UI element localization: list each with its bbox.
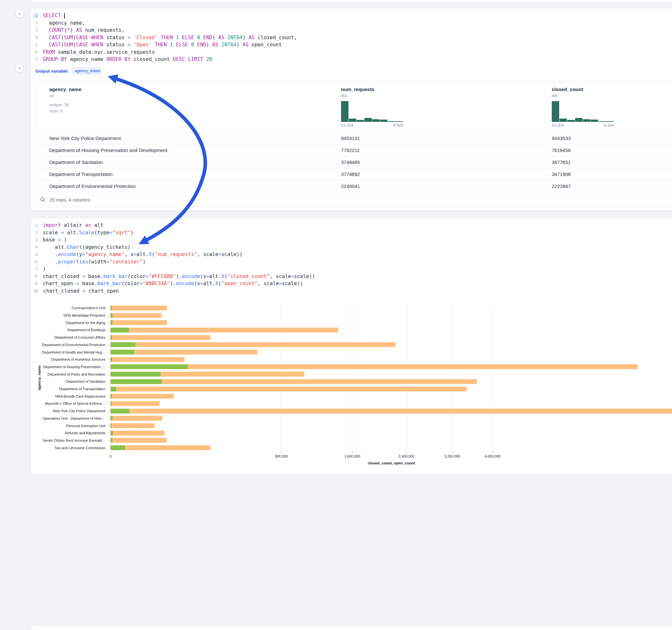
code-line[interactable]: 7GROUP BY agency_name ORDER BY closed_co… (31, 56, 672, 63)
line-number: 3 (33, 28, 38, 33)
code-text: import altair as alt (43, 222, 103, 228)
x-tick-label: 800,000 (275, 454, 288, 458)
python-editor[interactable]: 1import altair as alt2scale = alt.Scale(… (31, 218, 672, 295)
bar-closed_count (111, 364, 638, 369)
bar-open_count (111, 328, 129, 333)
bar-open_count (111, 416, 113, 421)
column-type: i64 (552, 93, 672, 98)
code-line[interactable]: 5 .encode(y="agency_name", x=alt.X("num_… (31, 251, 672, 258)
table-cell: 3774892 (341, 171, 552, 177)
histogram-bar (341, 101, 349, 122)
code-line[interactable]: 1⌄SELECT (31, 12, 672, 20)
column-header-agency-name[interactable]: agency_name str unique: 20 nulls: 0 (35, 82, 341, 132)
line-number: 1 (33, 223, 38, 228)
chart-y-ticks (108, 304, 111, 452)
add-cell-button[interactable]: + (15, 9, 24, 18)
table-row[interactable]: New York City Police Department945313194… (35, 132, 672, 144)
histogram-bar (598, 121, 606, 122)
table-body: New York City Police Department945313194… (35, 132, 672, 192)
line-gutter: 1⌄ (31, 13, 43, 18)
bar-open_count (111, 409, 129, 413)
table-cell: Department of Transportation (35, 171, 341, 177)
x-axis-tick (493, 452, 493, 453)
sql-editor[interactable]: 1⌄SELECT 2 agency_name,3 COUNT(*) AS num… (31, 8, 672, 63)
bar-closed_count (111, 379, 477, 384)
add-cell-button[interactable]: + (15, 64, 24, 73)
bar-open_count (111, 357, 112, 362)
gridline (452, 304, 453, 452)
line-number: 6 (33, 50, 38, 54)
code-line[interactable]: 2scale = alt.Scale(type="sqrt") (31, 229, 672, 237)
y-axis-tick (108, 345, 111, 345)
code-line[interactable]: 9chart_open = base.mark_bar(color="#8BC3… (31, 280, 672, 287)
code-line[interactable]: 4 alt.Chart(agency_tickets) (31, 244, 672, 251)
code-line[interactable]: 3 COUNT(*) AS num_requests, (31, 27, 672, 34)
fold-chevron-icon[interactable]: ⌄ (38, 238, 43, 242)
y-axis-label: DHS Advantage Programs (64, 313, 105, 317)
search-icon[interactable] (40, 197, 46, 202)
x-axis-tick (407, 452, 407, 453)
x-axis-tick (452, 452, 453, 453)
bar-open_count (111, 379, 162, 384)
chart-plot-area (111, 304, 672, 452)
sql-cell: 1⌄SELECT 2 agency_name,3 COUNT(*) AS num… (31, 8, 672, 211)
column-header-num-requests[interactable]: num_requests i64 53,304 9.5e6 (341, 82, 552, 132)
y-axis-tick (108, 411, 111, 411)
table-cell: New York City Police Department (35, 136, 341, 141)
y-axis-tick (108, 404, 111, 404)
chart-x-axis-title: closed_count, open_count (368, 461, 415, 465)
line-gutter: 4 (31, 245, 43, 249)
bar-open_count (111, 387, 116, 391)
code-line[interactable]: 10chart_closed + chart_open (31, 287, 672, 295)
histogram-bar (552, 101, 559, 122)
bar-closed_count (111, 328, 338, 333)
table-row[interactable]: Department of Sanitation37494853677651 (35, 156, 672, 168)
histogram-bar (357, 120, 364, 122)
line-number: 4 (33, 245, 38, 249)
column-name: agency_name (49, 87, 341, 92)
x-tick-label: 0 (110, 454, 112, 458)
x-tick-label: 1,600,000 (344, 454, 360, 458)
x-tick-label: 4,000,000 (485, 454, 501, 458)
line-gutter: 7 (31, 267, 43, 272)
code-line[interactable]: 2 agency_name, (31, 20, 672, 27)
code-line[interactable]: 4 CAST(SUM(CASE WHEN status = 'Closed' T… (31, 34, 672, 42)
bar-closed_count (111, 431, 164, 436)
code-line[interactable]: 6FROM sample_data.nyc.service_requests (31, 49, 672, 56)
bar-closed_count (111, 423, 154, 428)
y-axis-tick (108, 448, 111, 448)
code-line[interactable]: 3⌄base = ( (31, 236, 672, 244)
bar-open_count (111, 313, 113, 318)
code-line[interactable]: 1import altair as alt (31, 222, 672, 229)
line-gutter: 8 (31, 274, 43, 279)
y-axis-label: Correspondence Unit (72, 306, 105, 310)
bar-closed_count (111, 416, 162, 421)
code-text: alt.Chart(agency_tickets) (43, 244, 130, 250)
y-axis-tick (108, 389, 111, 389)
y-axis-label: Department of Parks and Recreation (47, 372, 105, 376)
table-row[interactable]: Department of Transportation377489234719… (35, 168, 672, 180)
line-number: 5 (33, 252, 38, 257)
code-line[interactable]: 8chart_closed = base.mark_bar(color="#FF… (31, 273, 672, 280)
bar-closed_count (111, 409, 672, 413)
code-line[interactable]: 7) (31, 265, 672, 273)
histogram-bar (380, 120, 387, 122)
output-variable-badge[interactable]: agency_tickets (72, 67, 101, 75)
y-axis-label: Taxi and Limousine Commission (54, 446, 105, 450)
y-axis-tick (108, 359, 111, 360)
y-axis-tick (108, 308, 111, 308)
x-axis-tick (111, 452, 111, 453)
column-header-closed-count[interactable]: closed_count i64 53,304 9.4e6 (552, 82, 672, 132)
bar-open_count (111, 423, 112, 428)
line-gutter: 5 (31, 43, 43, 47)
table-row[interactable]: Department of Housing Preservation and D… (35, 144, 672, 156)
line-number: 4 (33, 35, 38, 40)
code-line[interactable]: 6 .properties(width="container") (31, 258, 672, 266)
fold-chevron-icon[interactable]: ⌄ (38, 14, 43, 18)
histogram-bar (583, 119, 590, 122)
code-line[interactable]: 5 CAST(SUM(CASE WHEN status = 'Open' THE… (31, 41, 672, 49)
y-axis-label: HRA Benefit Card Replacement (55, 394, 105, 398)
python-cell: 1import altair as alt2scale = alt.Scale(… (31, 218, 672, 475)
x-tick-label: 3,200,000 (445, 454, 460, 458)
table-row[interactable]: Department of Environmental Protection22… (35, 180, 672, 192)
